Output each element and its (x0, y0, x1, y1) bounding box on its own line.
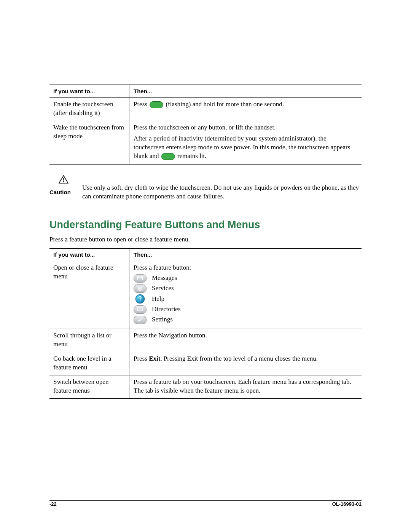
svg-point-7 (140, 300, 140, 301)
t2r2-bold: Exit (149, 355, 160, 362)
table1-header-c2: Then... (130, 85, 362, 98)
table1-r1-c2: Press the touchscreen or any button, or … (130, 121, 362, 164)
page-footer: -22 OL-16993-01 (49, 501, 362, 508)
caution-block: Caution Use only a soft, dry cloth to wi… (49, 175, 362, 201)
table2-r2-c2: Press Exit. Pressing Exit from the top l… (130, 352, 362, 375)
messages-icon (134, 274, 147, 283)
table2-r0-c1: Open or close a feature menu (49, 261, 130, 329)
table2-header-c2: Then... (130, 248, 362, 261)
caution-label: Caution (49, 189, 74, 196)
feature-row-messages: Messages (134, 274, 358, 283)
table-row: Enable the touchscreen (after disabling … (49, 98, 362, 121)
table1-r0-c2-post: (flashing) and hold for more than one se… (164, 101, 284, 108)
section-intro: Press a feature button to open or close … (49, 235, 362, 244)
t2r2-pre: Press (134, 355, 149, 362)
table-row: Switch between open feature menus Press … (49, 375, 362, 398)
feature-row-directories: Directories (134, 305, 358, 314)
display-button-icon (161, 153, 175, 160)
table2-r0-intro: Press a feature button: (134, 264, 358, 272)
table-row: Go back one level in a feature menu Pres… (49, 352, 362, 375)
table-row: Scroll through a list or menu Press the … (49, 329, 362, 352)
table-row: Wake the touchscreen from sleep mode Pre… (49, 121, 362, 164)
feature-label: Services (152, 284, 174, 293)
section-heading: Understanding Feature Buttons and Menus (49, 218, 362, 232)
directories-icon (134, 305, 147, 314)
table2-r2-c1: Go back one level in a feature menu (49, 352, 130, 375)
feature-row-settings: Settings (134, 315, 358, 324)
table-row: Open or close a feature menu Press a fea… (49, 261, 362, 329)
table2-r0-c2: Press a feature button: Messages Service… (130, 261, 362, 329)
help-icon (135, 294, 145, 304)
table1-r1-c1: Wake the touchscreen from sleep mode (49, 121, 130, 164)
table2-header-c1: If you want to... (49, 248, 130, 261)
caution-left: Caution (49, 175, 74, 196)
feature-row-services: Services (134, 284, 358, 293)
table1-r1-line1: Press the touchscreen or any button, or … (134, 123, 358, 132)
table1-header-c1: If you want to... (49, 85, 130, 98)
table1-r0-c2: Press (flashing) and hold for more than … (130, 98, 362, 121)
table2-r3-c2: Press a feature tab on your touchscreen.… (130, 375, 362, 398)
table2-r3-c1: Switch between open feature menus (49, 375, 130, 398)
footer-doc-id: OL-16993-01 (332, 501, 362, 508)
footer-page-number: -22 (49, 501, 57, 508)
feature-label: Help (152, 295, 164, 304)
svg-point-2 (63, 181, 64, 182)
table1-r1-line2: After a period of inactivity (determined… (134, 134, 358, 161)
feature-label: Messages (152, 274, 177, 283)
feature-label: Directories (152, 305, 181, 314)
t2r2-post: . Pressing Exit from the top level of a … (160, 355, 318, 362)
touchscreen-table: If you want to... Then... Enable the tou… (49, 85, 362, 165)
caution-text: Use only a soft, dry cloth to wipe the t… (82, 175, 362, 201)
table2-r1-c2: Press the Navigation button. (130, 329, 362, 352)
caution-triangle-icon (59, 175, 68, 184)
feature-buttons-table: If you want to... Then... Open or close … (49, 248, 362, 399)
table1-r0-c2-pre: Press (134, 101, 149, 108)
display-button-icon (150, 101, 163, 108)
table1-r1-line2-post: remains lit. (176, 152, 207, 160)
table2-r1-c1: Scroll through a list or menu (49, 329, 130, 352)
table1-r0-c1: Enable the touchscreen (after disabling … (49, 98, 130, 121)
feature-label: Settings (152, 315, 173, 324)
feature-row-help: Help (134, 294, 358, 304)
services-icon (134, 284, 147, 293)
settings-icon (134, 316, 147, 324)
